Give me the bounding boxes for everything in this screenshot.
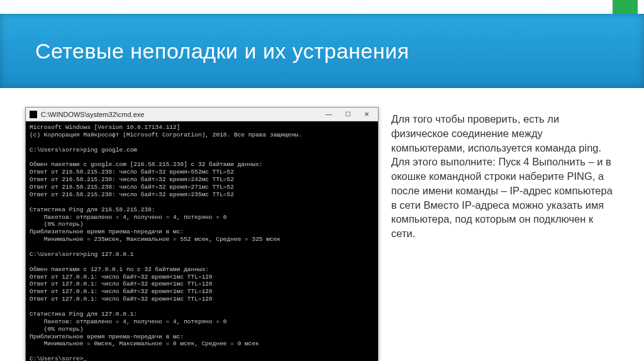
title-banner: Сетевые неполадки и их устранения (0, 14, 644, 88)
cmd-window: C:\WINDOWS\system32\cmd.exe — ☐ ✕ Micros… (25, 107, 379, 361)
screenshot-column: C:\WINDOWS\system32\cmd.exe — ☐ ✕ Micros… (25, 107, 379, 353)
cmd-title-left: C:\WINDOWS\system32\cmd.exe (30, 111, 144, 118)
description-text: Для того чтобы проверить, есть ли физиче… (391, 112, 619, 241)
cmd-icon (30, 111, 37, 118)
description-column: Для того чтобы проверить, есть ли физиче… (391, 107, 619, 353)
content-area: C:\WINDOWS\system32\cmd.exe — ☐ ✕ Micros… (25, 107, 619, 353)
cmd-title-text: C:\WINDOWS\system32\cmd.exe (41, 111, 144, 118)
close-button[interactable]: ✕ (358, 109, 375, 119)
slide-title: Сетевые неполадки и их устранения (35, 39, 409, 64)
maximize-button[interactable]: ☐ (339, 109, 357, 119)
cmd-titlebar: C:\WINDOWS\system32\cmd.exe — ☐ ✕ (26, 108, 378, 121)
window-buttons: — ☐ ✕ (320, 109, 375, 119)
minimize-button[interactable]: — (320, 109, 338, 119)
cmd-output: Microsoft Windows [Version 10.0.17134.11… (26, 121, 378, 361)
slide: Сетевые неполадки и их устранения C:\WIN… (0, 0, 644, 361)
